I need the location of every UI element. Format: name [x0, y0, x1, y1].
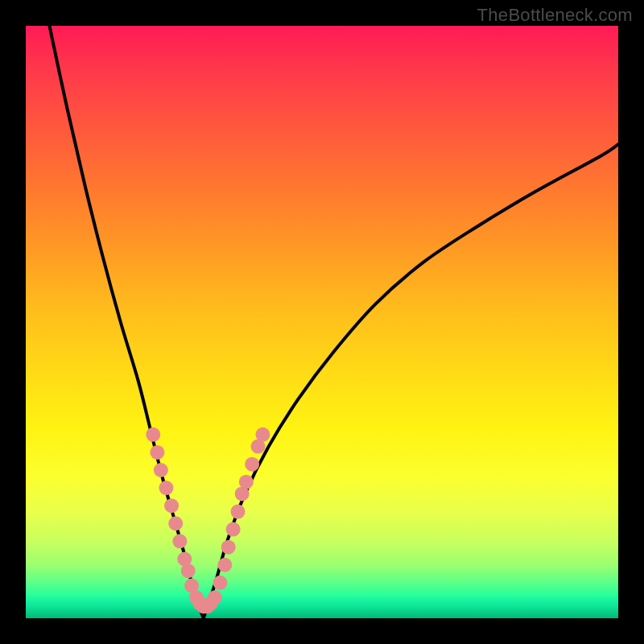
- data-marker: [168, 516, 183, 530]
- data-marker: [245, 457, 259, 472]
- plot-area: [26, 26, 618, 618]
- data-marker: [221, 540, 236, 555]
- data-marker: [239, 475, 254, 489]
- data-marker: [146, 427, 160, 442]
- data-marker: [172, 534, 187, 548]
- data-marker: [255, 427, 270, 442]
- data-marker: [164, 498, 179, 513]
- data-marker: [154, 463, 168, 477]
- marker-group: [146, 427, 270, 613]
- chart-frame: TheBottleneck.com: [0, 0, 644, 644]
- data-marker: [217, 558, 232, 572]
- data-marker: [213, 576, 227, 590]
- data-marker: [150, 445, 164, 460]
- watermark-text: TheBottleneck.com: [477, 5, 633, 26]
- data-marker: [159, 481, 173, 495]
- data-marker: [230, 505, 245, 519]
- curve-left-branch: [49, 26, 203, 618]
- curve-right-branch: [204, 144, 618, 618]
- curve-layer: [26, 26, 618, 618]
- data-marker: [181, 564, 196, 578]
- data-marker: [226, 522, 241, 537]
- data-marker: [208, 590, 222, 605]
